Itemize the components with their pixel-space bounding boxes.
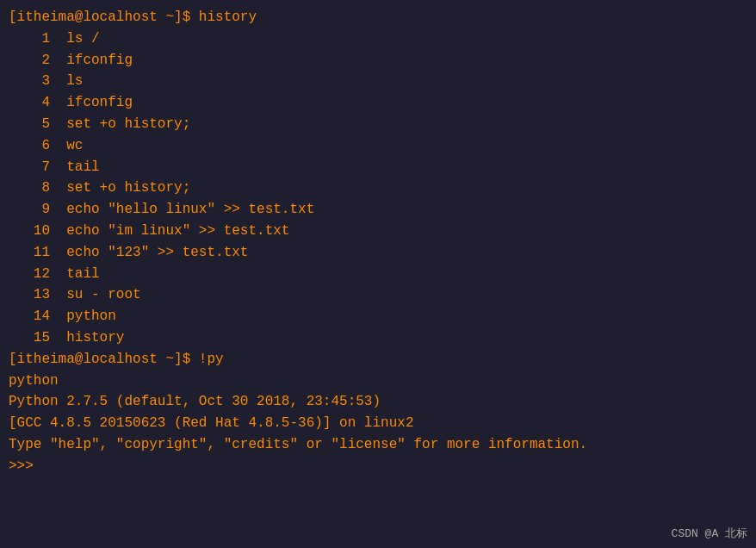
watermark: CSDN @A 北标 <box>672 526 747 541</box>
terminal-line-line4: 4 ifconfig <box>9 92 747 114</box>
terminal-line-pyver: Python 2.7.5 (default, Oct 30 2018, 23:4… <box>9 391 747 413</box>
terminal-line-gcc: [GCC 4.8.5 20150623 (Red Hat 4.8.5-36)] … <box>9 413 747 434</box>
terminal-line-line5: 5 set +o history; <box>9 114 747 135</box>
terminal-line-typehelp: Type "help", "copyright", "credits" or "… <box>9 434 747 456</box>
terminal-line-line3: 3 ls <box>9 71 747 92</box>
terminal-line-line6: 6 wc <box>9 135 747 157</box>
terminal-line-line10: 10 echo "im linux" >> test.txt <box>9 221 747 242</box>
terminal-line-line15: 15 history <box>9 327 747 349</box>
terminal-line-pyline: python <box>9 371 747 392</box>
terminal-line-line9: 9 echo "hello linux" >> test.txt <box>9 199 747 221</box>
terminal-line-prompt1: [itheima@localhost ~]$ history <box>9 7 747 28</box>
terminal-line-prompt3: >>> <box>9 456 747 477</box>
terminal-line-line14: 14 python <box>9 306 747 327</box>
terminal-line-line8: 8 set +o history; <box>9 177 747 199</box>
terminal-line-line2: 2 ifconfig <box>9 50 747 72</box>
terminal-line-line13: 13 su - root <box>9 284 747 306</box>
terminal-line-prompt2: [itheima@localhost ~]$ !py <box>9 349 747 371</box>
terminal-line-line7: 7 tail <box>9 157 747 178</box>
terminal-line-line11: 11 echo "123" >> test.txt <box>9 242 747 264</box>
terminal-line-line1: 1 ls / <box>9 28 747 50</box>
terminal-window: [itheima@localhost ~]$ history 1 ls / 2 … <box>0 0 756 548</box>
terminal-line-line12: 12 tail <box>9 264 747 285</box>
